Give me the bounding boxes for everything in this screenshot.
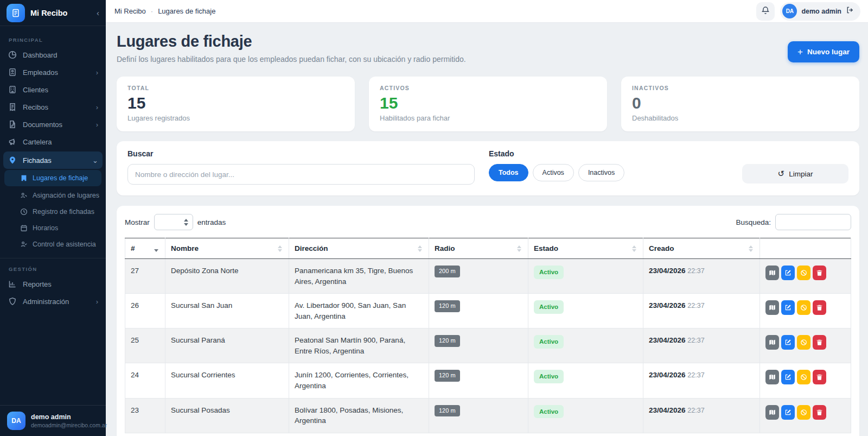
stat-label: TOTAL [127,85,344,91]
cell-actions [760,259,851,294]
estado-pills: Todos Activos Inactivos [489,164,624,181]
disable-button[interactable] [797,266,810,280]
radius-badge: 120 m [435,335,460,347]
sidebar-subitem-horarios[interactable]: Horarios [0,220,106,236]
disable-button[interactable] [797,405,810,420]
sidebar-subitem-registro-de-fichadas[interactable]: Registro de fichadas [0,204,106,220]
mostrar-label: Mostrar [125,218,150,226]
map-button[interactable] [765,266,779,280]
column-header-id[interactable]: # [125,238,165,259]
table-search-input[interactable] [775,214,851,230]
sidebar-item-fichadas[interactable]: Fichadas ⌄ [3,151,103,169]
sidebar-subitem-control-de-asistencia[interactable]: Control de asistencia [0,236,106,252]
new-place-button[interactable]: + Nuevo lugar [788,41,859,62]
status-badge: Activo [534,335,564,349]
delete-button[interactable] [813,266,826,280]
cell-nombre: Sucursal Paraná [165,328,289,363]
clear-filters-button[interactable]: ↺ Limpiar [742,164,848,184]
sidebar-item-label: Reportes [23,280,52,288]
sidebar-collapse-icon[interactable]: ‹ [97,8,99,17]
search-input[interactable] [127,164,475,185]
disable-button[interactable] [797,300,810,315]
breadcrumb: Mi Recibo · Lugares de fichaje [114,7,215,15]
table-row: 25 Sucursal Paraná Peatonal San Martín 9… [125,328,851,363]
delete-button[interactable] [813,335,826,350]
page-length-select[interactable] [154,214,193,230]
stat-label: ACTIVOS [380,85,596,91]
sidebar-item-recibos[interactable]: Recibos › [0,98,106,116]
filter-pill-inactivos[interactable]: Inactivos [578,164,624,181]
sidebar-item-cartelera[interactable]: Cartelera [0,133,106,150]
sidebar-item-empleados[interactable]: Empleados › [0,64,106,81]
sidebar-item-documentos[interactable]: Documentos › [0,116,106,133]
sidebar-subitem-asignacion-de-lugares[interactable]: Asignación de lugares [0,187,106,204]
sidebar-item-reportes[interactable]: Reportes [0,275,106,293]
delete-button[interactable] [813,370,826,384]
page-title: Lugares de fichaje [117,33,466,50]
sidebar-item-administracion[interactable]: Administración › [0,293,106,310]
status-badge: Activo [534,300,564,314]
column-header-estado[interactable]: Estado [528,238,643,259]
disable-button[interactable] [797,370,810,384]
table-row: 27 Depósito Zona Norte Panamericana km 3… [125,259,851,294]
page-subtitle: Definí los lugares habilitados para que … [117,55,466,64]
main-area: Mi Recibo · Lugares de fichaje DA demo a… [106,0,868,436]
sidebar-nav: PRINCIPAL Dashboard Empleados › Clientes… [0,26,106,405]
receipt-icon [8,103,17,111]
stat-label: INACTIVOS [632,85,848,91]
column-header-radio[interactable]: Radio [429,238,528,259]
cell-radio: 200 m [429,259,528,294]
chevron-right-icon: › [96,298,98,306]
edit-button[interactable] [781,300,795,315]
delete-button[interactable] [813,300,826,315]
sidebar-subitem-label: Lugares de fichaje [33,174,88,182]
created-time: 22:37 [687,407,704,414]
sidebar-subitem-lugares-de-fichaje[interactable]: Lugares de fichaje [4,170,101,186]
cell-actions [760,398,851,433]
user-name: demo admin [801,8,841,15]
column-header-nombre[interactable]: Nombre [165,238,289,259]
sidebar-item-clientes[interactable]: Clientes [0,81,106,98]
section-label-principal: PRINCIPAL [0,29,106,46]
cell-actions [760,294,851,328]
created-time: 22:37 [687,337,704,344]
cell-id: 26 [125,294,165,328]
buscar-label: Buscar [127,149,475,158]
edit-button[interactable] [781,335,795,350]
logout-icon[interactable] [846,6,854,16]
disable-button[interactable] [797,335,810,350]
notifications-button[interactable] [756,2,775,21]
map-button[interactable] [765,370,779,384]
column-header-direccion[interactable]: Dirección [289,238,429,259]
filter-pill-todos[interactable]: Todos [489,164,528,181]
sidebar-user-card[interactable]: DA demo admin demoadmin@mirecibo.com.ar [0,405,106,436]
filter-pill-activos[interactable]: Activos [533,164,574,181]
map-button[interactable] [765,300,779,315]
map-button[interactable] [765,335,779,350]
table-row: 23 Sucursal Posadas Bolívar 1800, Posada… [125,398,851,433]
created-time: 22:37 [687,267,704,275]
radius-badge: 200 m [435,266,460,277]
map-pin-icon [8,156,17,165]
created-date: 23/04/2026 [649,406,686,414]
sort-icon [749,245,754,252]
delete-button[interactable] [813,405,826,420]
cell-nombre: Sucursal Posadas [165,398,289,433]
edit-button[interactable] [781,370,795,384]
map-button[interactable] [765,405,779,420]
filter-card: Buscar Estado Todos Activos Inactivos ↺ … [117,141,859,195]
sidebar-item-label: Cartelera [23,138,52,146]
edit-button[interactable] [781,405,795,420]
sidebar-user-name: demo admin [31,413,107,421]
column-header-creado[interactable]: Creado [643,238,760,259]
bar-chart-icon [8,280,17,288]
building-icon [8,85,17,94]
user-menu[interactable]: DA demo admin [780,2,860,21]
edit-button[interactable] [781,266,795,280]
breadcrumb-app[interactable]: Mi Recibo [114,7,146,15]
stat-card-activos: ACTIVOS 15 Habilitados para fichar [369,77,607,131]
cell-actions [760,328,851,363]
sidebar-item-dashboard[interactable]: Dashboard [0,46,106,64]
cell-creado: 23/04/2026 22:37 [643,259,760,294]
sidebar-subitem-label: Asignación de lugares [33,192,99,199]
